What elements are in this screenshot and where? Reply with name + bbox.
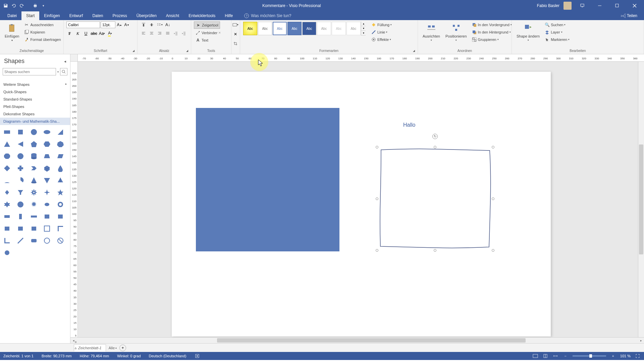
format-painter-button[interactable]: Format übertragen	[22, 36, 62, 43]
fit-width-icon[interactable]	[552, 353, 558, 359]
tab-einfuegen[interactable]: Einfügen	[39, 11, 64, 20]
fullscreen-icon[interactable]	[635, 353, 641, 359]
shape-funnel[interactable]	[16, 188, 25, 197]
change-shape-button[interactable]: Shape ändern▾	[515, 21, 542, 43]
style-thumb-7[interactable]: Abc	[332, 22, 346, 35]
align-left-button[interactable]	[140, 30, 147, 37]
tab-entwicklertools[interactable]: Entwicklertools	[184, 11, 220, 20]
shape-right-triangle[interactable]	[56, 128, 65, 136]
ribbon-options-icon[interactable]	[576, 1, 589, 11]
shape-rhombus[interactable]	[3, 188, 11, 197]
undo-icon[interactable]	[11, 3, 17, 9]
shape-arc[interactable]	[3, 176, 11, 185]
position-button[interactable]: Positionieren▾	[443, 21, 469, 43]
horizontal-scrollbar[interactable]: ◂ ▸	[70, 337, 644, 343]
sheet-tab-1[interactable]: Zeichenblatt-1	[74, 344, 106, 352]
shape-rect-4[interactable]	[16, 224, 25, 233]
shape-square[interactable]	[16, 128, 25, 136]
bold-button[interactable]: F	[66, 30, 73, 37]
close-icon[interactable]	[628, 1, 641, 11]
crop-tool-button[interactable]	[232, 40, 239, 47]
effects-button[interactable]: Effekte▾	[370, 36, 393, 43]
shape-star7[interactable]	[16, 200, 25, 209]
font-dialog-launcher[interactable]: ◢	[132, 49, 136, 53]
shape-round-rect[interactable]	[30, 236, 38, 245]
save-icon[interactable]	[3, 3, 9, 9]
shapes-cat-diagram[interactable]: Diagramm- und Mathematik-Sha...	[0, 118, 70, 125]
canvas-area[interactable]: Hallo	[78, 62, 644, 337]
text-tool-button[interactable]: AText	[194, 37, 210, 44]
resize-handle-sw[interactable]	[376, 249, 378, 252]
shape-no-symbol[interactable]	[56, 236, 65, 245]
hscroll-thumb[interactable]	[217, 338, 526, 343]
share-button[interactable]: Teilen	[621, 13, 644, 18]
shape-diamond[interactable]	[3, 164, 11, 173]
shape-half-frame[interactable]	[56, 224, 65, 233]
shapes-cat-arrow[interactable]: Pfeil-Shapes	[0, 103, 70, 110]
shape-burst[interactable]	[30, 200, 38, 209]
group-button[interactable]: Gruppieren▾	[470, 36, 513, 43]
layers-button[interactable]: Layer▾	[543, 29, 571, 36]
shapes-cat-standard[interactable]: Standard-Shapes	[0, 96, 70, 103]
increase-indent-button[interactable]	[180, 30, 187, 37]
language-indicator[interactable]: Deutsch (Deutschland)	[149, 354, 186, 358]
shape-triangle[interactable]	[3, 140, 11, 148]
align-justify-button[interactable]	[164, 30, 171, 37]
hallo-text[interactable]: Hallo	[403, 122, 415, 128]
search-dropdown-icon[interactable]: ▾	[57, 70, 59, 73]
case-button[interactable]: Aa▾	[99, 30, 105, 37]
shape-rect-small[interactable]	[3, 212, 11, 221]
bullets-button[interactable]: ▾	[156, 21, 163, 28]
tell-me-search[interactable]: ? Was möchten Sie tun?	[244, 13, 291, 18]
zoom-out-icon[interactable]: −	[562, 353, 569, 359]
tab-ueberpruefen[interactable]: Überprüfen	[132, 11, 161, 20]
shape-gear[interactable]	[30, 188, 38, 197]
highlight-button[interactable]: A▾	[107, 30, 113, 37]
style-thumb-6[interactable]: Abc	[317, 22, 331, 35]
shape-ellipse[interactable]	[43, 128, 51, 136]
shapes-cat-quick[interactable]: Quick-Shapes	[0, 88, 70, 96]
shape-triangle-left[interactable]	[16, 140, 25, 148]
tab-datei[interactable]: Datei	[3, 11, 21, 20]
align-top-button[interactable]	[140, 21, 147, 28]
bring-front-button[interactable]: In den Vordergrund▾	[470, 21, 513, 28]
vertical-ruler[interactable]: 2102052001951901851801751701651601551501…	[70, 62, 78, 337]
shape-cube[interactable]	[43, 164, 51, 173]
tab-daten[interactable]: Daten	[88, 11, 108, 20]
scroll-right-icon[interactable]: ▸	[638, 338, 644, 343]
shape-oval-small[interactable]	[43, 200, 51, 209]
tab-filter[interactable]: Alle ▴	[109, 346, 117, 350]
cut-button[interactable]: ✂Ausschneiden	[22, 21, 62, 28]
rectangle-tool-button[interactable]: ▾	[232, 21, 239, 28]
resize-handle-s[interactable]	[434, 249, 436, 252]
style-thumb-3[interactable]: Abc	[273, 22, 287, 35]
style-thumb-8[interactable]: Abc	[346, 22, 361, 35]
resize-handle-w[interactable]	[376, 197, 378, 200]
zoom-level[interactable]: 101 %	[620, 354, 631, 358]
shape-down-triangle[interactable]	[43, 176, 51, 185]
shape-diagonal[interactable]	[16, 236, 25, 245]
shrink-font-button[interactable]: A▼	[123, 21, 130, 28]
font-family-select[interactable]	[66, 21, 100, 28]
vscroll-thumb[interactable]	[639, 144, 643, 255]
shape-rectangle[interactable]	[3, 128, 11, 136]
text-direction-button[interactable]: A↓	[164, 21, 171, 28]
blue-rectangle-shape[interactable]	[196, 108, 339, 251]
align-middle-button[interactable]	[148, 21, 155, 28]
drawing-page[interactable]: Hallo	[172, 72, 551, 337]
find-button[interactable]: 🔍Suchen▾	[543, 21, 571, 28]
paragraph-dialog-launcher[interactable]: ◢	[186, 49, 190, 53]
collapse-icon[interactable]: ◂	[64, 59, 66, 64]
gallery-down-icon[interactable]: ▾	[361, 26, 366, 31]
shape-pentagon[interactable]	[30, 140, 38, 148]
resize-handle-ne[interactable]	[492, 146, 494, 148]
shape-heptagon[interactable]	[56, 140, 65, 148]
horizontal-ruler[interactable]: -70-60-50-40-30-20-100102030405060708090…	[78, 54, 644, 62]
italic-button[interactable]: K	[74, 30, 81, 37]
zoom-in-icon[interactable]: +	[610, 353, 616, 359]
shape-parallelogram[interactable]	[56, 152, 65, 161]
resize-handle-nw[interactable]	[376, 146, 378, 148]
style-thumb-2[interactable]: Abc	[258, 22, 272, 35]
shapes-cat-more[interactable]: Weitere Shapes ▸	[0, 81, 70, 88]
fill-button[interactable]: Füllung▾	[370, 21, 393, 28]
